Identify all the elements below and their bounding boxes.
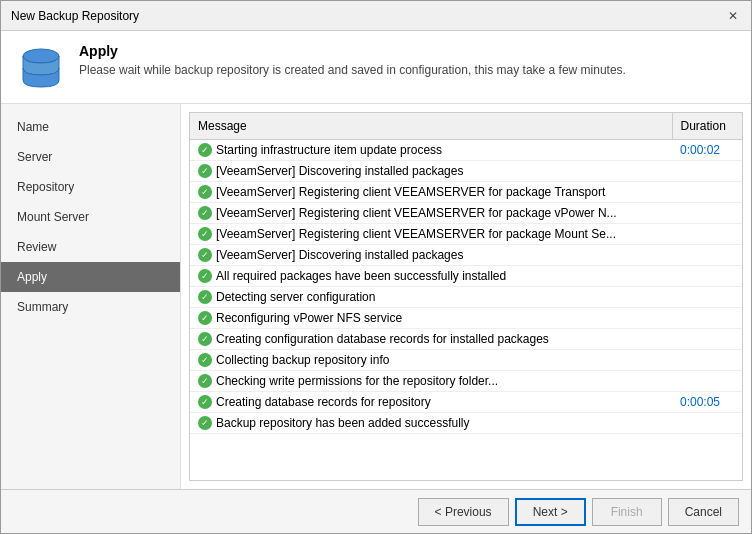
window-title: New Backup Repository — [11, 9, 139, 23]
sidebar-item-server[interactable]: Server — [1, 142, 180, 172]
previous-button[interactable]: < Previous — [418, 498, 509, 526]
log-duration — [672, 329, 742, 350]
log-duration — [672, 413, 742, 434]
table-row: ✓Checking write permissions for the repo… — [190, 371, 742, 392]
check-icon: ✓ — [198, 353, 212, 367]
log-message: Starting infrastructure item update proc… — [216, 143, 442, 157]
log-message: Creating configuration database records … — [216, 332, 549, 346]
table-row: ✓Detecting server configuration — [190, 287, 742, 308]
check-icon: ✓ — [198, 269, 212, 283]
check-icon: ✓ — [198, 395, 212, 409]
col-duration-header: Duration — [672, 113, 742, 140]
finish-button[interactable]: Finish — [592, 498, 662, 526]
log-message: Creating database records for repository — [216, 395, 431, 409]
check-icon: ✓ — [198, 143, 212, 157]
title-bar: New Backup Repository ✕ — [1, 1, 751, 31]
log-duration — [672, 350, 742, 371]
log-message: Backup repository has been added success… — [216, 416, 469, 430]
log-duration — [672, 245, 742, 266]
next-button[interactable]: Next > — [515, 498, 586, 526]
log-duration — [672, 224, 742, 245]
log-message: [VeeamServer] Registering client VEEAMSE… — [216, 206, 617, 220]
log-duration: 0:00:02 — [672, 140, 742, 161]
sidebar-item-summary[interactable]: Summary — [1, 292, 180, 322]
col-message-header: Message — [190, 113, 672, 140]
log-message: Collecting backup repository info — [216, 353, 389, 367]
check-icon: ✓ — [198, 416, 212, 430]
log-duration — [672, 203, 742, 224]
main-content: Message Duration ✓Starting infrastructur… — [181, 104, 751, 489]
header-title: Apply — [79, 43, 626, 59]
check-icon: ✓ — [198, 332, 212, 346]
header-description: Please wait while backup repository is c… — [79, 63, 626, 77]
table-row: ✓[VeeamServer] Registering client VEEAMS… — [190, 224, 742, 245]
check-icon: ✓ — [198, 206, 212, 220]
log-message: [VeeamServer] Discovering installed pack… — [216, 164, 463, 178]
log-message: [VeeamServer] Registering client VEEAMSE… — [216, 227, 616, 241]
table-row: ✓Backup repository has been added succes… — [190, 413, 742, 434]
sidebar-item-repository[interactable]: Repository — [1, 172, 180, 202]
table-row: ✓Creating configuration database records… — [190, 329, 742, 350]
svg-point-0 — [23, 49, 59, 63]
header-icon — [17, 43, 65, 91]
check-icon: ✓ — [198, 311, 212, 325]
header-text: Apply Please wait while backup repositor… — [79, 43, 626, 77]
check-icon: ✓ — [198, 164, 212, 178]
check-icon: ✓ — [198, 185, 212, 199]
header-section: Apply Please wait while backup repositor… — [1, 31, 751, 104]
footer: < Previous Next > Finish Cancel — [1, 489, 751, 533]
log-message: [VeeamServer] Registering client VEEAMSE… — [216, 185, 605, 199]
cancel-button[interactable]: Cancel — [668, 498, 739, 526]
table-row: ✓[VeeamServer] Registering client VEEAMS… — [190, 203, 742, 224]
log-message: [VeeamServer] Discovering installed pack… — [216, 248, 463, 262]
sidebar-item-apply[interactable]: Apply — [1, 262, 180, 292]
table-row: ✓[VeeamServer] Discovering installed pac… — [190, 161, 742, 182]
check-icon: ✓ — [198, 227, 212, 241]
window: New Backup Repository ✕ Apply Please wai… — [0, 0, 752, 534]
log-duration — [672, 308, 742, 329]
close-button[interactable]: ✕ — [725, 8, 741, 24]
log-message: Checking write permissions for the repos… — [216, 374, 498, 388]
log-duration — [672, 287, 742, 308]
body-row: NameServerRepositoryMount ServerReviewAp… — [1, 104, 751, 489]
log-duration — [672, 266, 742, 287]
check-icon: ✓ — [198, 290, 212, 304]
log-scroll[interactable]: Message Duration ✓Starting infrastructur… — [189, 112, 743, 481]
check-icon: ✓ — [198, 248, 212, 262]
sidebar: NameServerRepositoryMount ServerReviewAp… — [1, 104, 181, 489]
log-table: Message Duration ✓Starting infrastructur… — [190, 113, 742, 434]
table-row: ✓Starting infrastructure item update pro… — [190, 140, 742, 161]
table-row: ✓[VeeamServer] Discovering installed pac… — [190, 245, 742, 266]
log-duration — [672, 371, 742, 392]
table-row: ✓Collecting backup repository info — [190, 350, 742, 371]
log-message: Reconfiguring vPower NFS service — [216, 311, 402, 325]
table-row: ✓Creating database records for repositor… — [190, 392, 742, 413]
sidebar-item-review[interactable]: Review — [1, 232, 180, 262]
log-duration: 0:00:05 — [672, 392, 742, 413]
table-row: ✓All required packages have been success… — [190, 266, 742, 287]
log-duration — [672, 182, 742, 203]
main-area: Message Duration ✓Starting infrastructur… — [181, 104, 751, 489]
check-icon: ✓ — [198, 374, 212, 388]
log-duration — [672, 161, 742, 182]
sidebar-item-mount-server[interactable]: Mount Server — [1, 202, 180, 232]
table-row: ✓[VeeamServer] Registering client VEEAMS… — [190, 182, 742, 203]
log-message: Detecting server configuration — [216, 290, 375, 304]
sidebar-item-name[interactable]: Name — [1, 112, 180, 142]
table-row: ✓Reconfiguring vPower NFS service — [190, 308, 742, 329]
log-message: All required packages have been successf… — [216, 269, 506, 283]
